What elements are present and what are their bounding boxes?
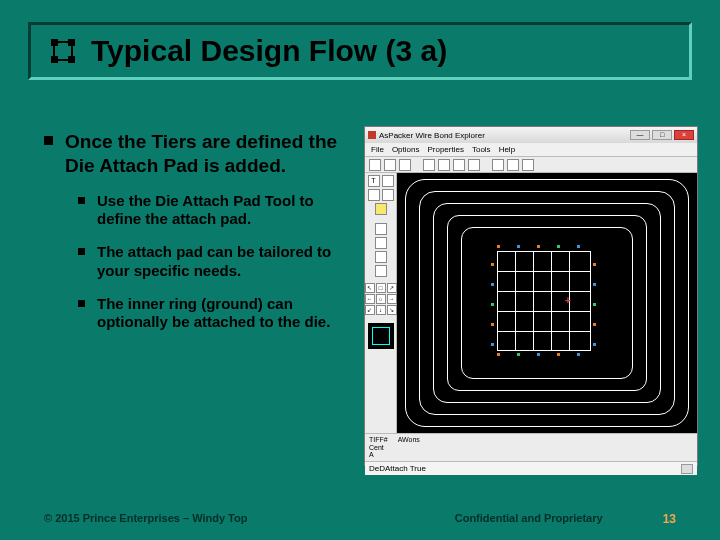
palette-button[interactable] — [382, 175, 394, 187]
dir-button[interactable]: ↓ — [376, 305, 386, 315]
info-bar: TIFF# Cent A AWons — [365, 433, 697, 461]
window-title: AsPacker Wire Bond Explorer — [379, 131, 485, 140]
toolbar-button[interactable] — [492, 159, 504, 171]
app-screenshot: AsPacker Wire Bond Explorer — □ × File O… — [364, 126, 698, 466]
menu-options[interactable]: Options — [392, 145, 420, 154]
slide-title: Typical Design Flow (3 a) — [91, 34, 447, 68]
sub-bullet-text: The inner ring (ground) can optionally b… — [97, 295, 354, 333]
confidentiality: Confidential and Proprietary — [455, 512, 603, 526]
sub-bullet-text: Use the Die Attach Pad Tool to define th… — [97, 192, 354, 230]
palette-button[interactable] — [375, 265, 387, 277]
palette-button[interactable] — [368, 189, 380, 201]
toolbar-button[interactable] — [369, 159, 381, 171]
overview-thumbnail[interactable] — [368, 323, 394, 349]
bullet-icon — [78, 300, 85, 307]
menu-help[interactable]: Help — [499, 145, 515, 154]
menu-tools[interactable]: Tools — [472, 145, 491, 154]
dir-button[interactable]: ↘ — [387, 305, 397, 315]
scroll-down-icon[interactable] — [681, 464, 693, 474]
palette-highlight-tool[interactable] — [375, 203, 387, 215]
status-text: DeDAttach True — [369, 464, 426, 473]
title-frame: Typical Design Flow (3 a) — [28, 22, 692, 80]
page-number: 13 — [663, 512, 676, 526]
cursor-cross-icon: + — [565, 295, 571, 306]
palette-button[interactable] — [375, 251, 387, 263]
toolbar-button[interactable] — [468, 159, 480, 171]
sub-bullet-text: The attach pad can be tailored to your s… — [97, 243, 354, 281]
toolbar-button[interactable] — [453, 159, 465, 171]
toolbar-button[interactable] — [522, 159, 534, 171]
palette-text-tool[interactable]: T — [368, 175, 380, 187]
selection-handles-icon — [51, 39, 75, 63]
app-icon — [368, 131, 376, 139]
status-bar: DeDAttach True — [365, 461, 697, 475]
palette-button[interactable] — [382, 189, 394, 201]
info-label: Cent — [369, 444, 388, 452]
dir-button[interactable]: ○ — [376, 294, 386, 304]
menu-bar: File Options Properties Tools Help — [365, 143, 697, 157]
palette-button[interactable] — [375, 237, 387, 249]
info-label: TIFF# — [369, 436, 388, 444]
main-bullet: Once the Tiers are defined the Die Attac… — [44, 130, 354, 178]
sub-bullet-list: Use the Die Attach Pad Tool to define th… — [78, 192, 354, 333]
dir-button[interactable]: ↖ — [365, 283, 375, 293]
palette-button[interactable] — [375, 223, 387, 235]
design-canvas[interactable]: + — [397, 173, 697, 433]
sub-bullet: The inner ring (ground) can optionally b… — [78, 295, 354, 333]
minimize-button[interactable]: — — [630, 130, 650, 140]
toolbar-button[interactable] — [507, 159, 519, 171]
toolbar — [365, 157, 697, 173]
bullet-icon — [78, 248, 85, 255]
dir-button[interactable]: → — [387, 294, 397, 304]
maximize-button[interactable]: □ — [652, 130, 672, 140]
copyright: © 2015 Prince Enterprises – Windy Top — [44, 512, 247, 526]
dir-button[interactable]: ← — [365, 294, 375, 304]
toolbar-button[interactable] — [423, 159, 435, 171]
main-bullet-text: Once the Tiers are defined the Die Attac… — [65, 130, 354, 178]
toolbar-button[interactable] — [438, 159, 450, 171]
sub-bullet: Use the Die Attach Pad Tool to define th… — [78, 192, 354, 230]
sub-bullet: The attach pad can be tailored to your s… — [78, 243, 354, 281]
footer: © 2015 Prince Enterprises – Windy Top Co… — [0, 512, 720, 526]
info-label: A — [369, 451, 388, 459]
dir-button[interactable]: ↗ — [387, 283, 397, 293]
info-label: AWons — [398, 436, 420, 444]
bullet-icon — [78, 197, 85, 204]
bullet-icon — [44, 136, 53, 145]
content-area: Once the Tiers are defined the Die Attac… — [44, 130, 354, 346]
tool-palette: T ↖ □ ↗ ← ○ → ↙ — [365, 173, 397, 433]
close-button[interactable]: × — [674, 130, 694, 140]
menu-file[interactable]: File — [371, 145, 384, 154]
window-titlebar: AsPacker Wire Bond Explorer — □ × — [365, 127, 697, 143]
toolbar-button[interactable] — [384, 159, 396, 171]
toolbar-button[interactable] — [399, 159, 411, 171]
menu-properties[interactable]: Properties — [427, 145, 463, 154]
direction-pad: ↖ □ ↗ ← ○ → ↙ ↓ ↘ — [365, 283, 397, 315]
dir-button[interactable]: ↙ — [365, 305, 375, 315]
dir-button[interactable]: □ — [376, 283, 386, 293]
